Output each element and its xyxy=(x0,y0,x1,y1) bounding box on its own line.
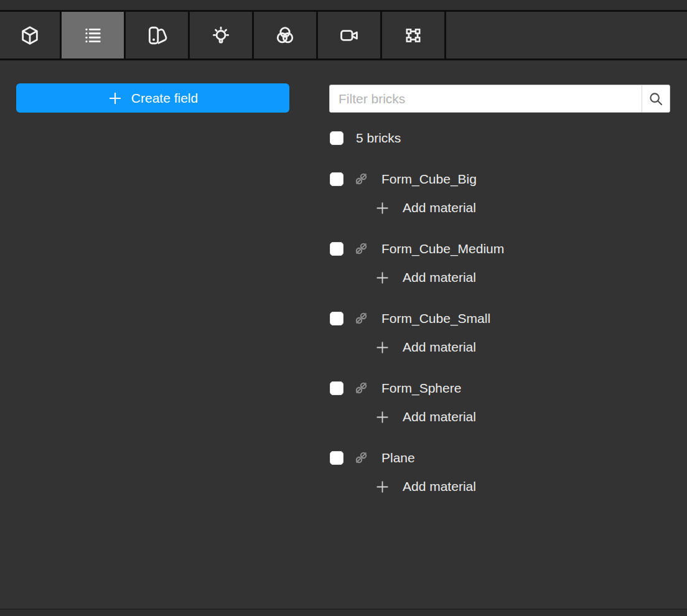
add-material-label: Add material xyxy=(403,200,476,215)
plus-icon xyxy=(376,480,389,493)
tab-frame[interactable] xyxy=(382,12,446,58)
tab-3d-view[interactable] xyxy=(0,12,62,58)
tab-blend[interactable] xyxy=(254,12,318,58)
brick-checkbox[interactable] xyxy=(330,172,344,186)
brick-block: Plane Add material xyxy=(330,450,504,494)
add-material-button[interactable]: Add material xyxy=(376,479,476,494)
plus-icon xyxy=(376,271,389,284)
brick-name-row: Form_Cube_Medium xyxy=(330,241,504,256)
brick-name-row: Plane xyxy=(330,450,504,465)
brick-checkbox[interactable] xyxy=(330,451,344,465)
swatches-icon xyxy=(146,25,167,46)
unlink-icon xyxy=(353,450,369,465)
tab-lighting[interactable] xyxy=(190,12,254,58)
overlap-circles-icon xyxy=(274,25,296,46)
bricks-summary-row: 5 bricks xyxy=(330,131,504,145)
brick-checkbox[interactable] xyxy=(330,381,344,395)
brick-checkbox[interactable] xyxy=(330,312,344,325)
lightbulb-icon xyxy=(210,25,231,46)
window-top-strip xyxy=(0,0,687,12)
cube-3d-icon xyxy=(19,25,40,46)
select-all-checkbox[interactable] xyxy=(330,131,344,145)
add-material-label: Add material xyxy=(403,270,476,285)
add-material-label: Add material xyxy=(403,409,476,424)
brick-name: Form_Sphere xyxy=(381,381,461,396)
window-bottom-strip xyxy=(0,609,687,616)
add-material-label: Add material xyxy=(403,479,476,494)
tab-camera[interactable] xyxy=(318,12,382,58)
tab-materials[interactable] xyxy=(126,12,190,58)
add-material-label: Add material xyxy=(403,340,476,355)
bricks-list: Form_Cube_Big Add material Form_Cube_Med… xyxy=(330,172,504,494)
toolbar xyxy=(0,12,687,60)
brick-block: Form_Cube_Small Add material xyxy=(330,311,504,355)
brick-name: Form_Cube_Big xyxy=(381,172,477,187)
filter-box xyxy=(329,85,670,113)
bricks-panel: 5 bricks Form_Cube_Big Add material xyxy=(330,131,504,520)
unlink-icon xyxy=(353,310,369,326)
plus-icon xyxy=(376,341,389,354)
toolbar-spacer xyxy=(446,12,687,58)
brick-name-row: Form_Cube_Small xyxy=(330,311,504,325)
bricks-count-label: 5 bricks xyxy=(356,131,401,146)
list-icon xyxy=(82,25,103,46)
add-material-button[interactable]: Add material xyxy=(376,409,476,424)
selection-frame-icon xyxy=(403,25,424,46)
brick-name: Form_Cube_Medium xyxy=(381,241,504,256)
plus-icon xyxy=(376,202,389,215)
create-field-button[interactable]: Create field xyxy=(16,83,289,113)
tab-bricks-list[interactable] xyxy=(62,12,126,58)
unlink-icon xyxy=(353,171,369,187)
unlink-icon xyxy=(353,241,369,256)
plus-icon xyxy=(376,411,389,424)
add-material-button[interactable]: Add material xyxy=(376,200,476,215)
add-material-button[interactable]: Add material xyxy=(376,270,476,285)
create-field-label: Create field xyxy=(131,91,198,106)
unlink-icon xyxy=(353,380,369,396)
filter-bricks-input[interactable] xyxy=(330,85,642,112)
search-button[interactable] xyxy=(642,85,670,112)
brick-block: Form_Cube_Medium Add material xyxy=(330,241,504,285)
brick-block: Form_Cube_Big Add material xyxy=(330,172,504,215)
brick-checkbox[interactable] xyxy=(330,242,344,256)
magnifier-icon xyxy=(648,91,664,107)
brick-name: Plane xyxy=(381,450,415,465)
plus-icon xyxy=(108,91,123,106)
brick-name: Form_Cube_Small xyxy=(381,311,490,326)
brick-block: Form_Sphere Add material xyxy=(330,381,504,424)
brick-name-row: Form_Sphere xyxy=(330,381,504,395)
brick-name-row: Form_Cube_Big xyxy=(330,172,504,186)
add-material-button[interactable]: Add material xyxy=(376,340,476,355)
main-content: Create field 5 bricks xyxy=(0,64,687,609)
video-camera-icon xyxy=(339,25,360,46)
